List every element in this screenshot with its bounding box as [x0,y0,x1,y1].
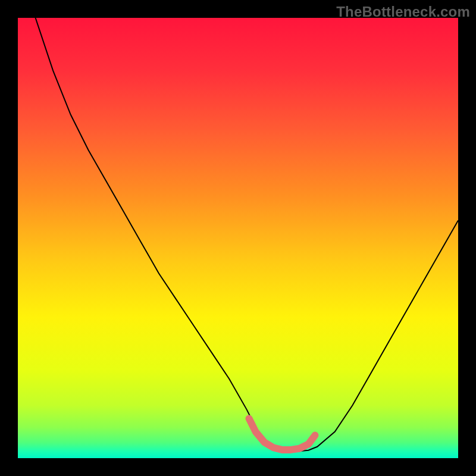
gradient-background [18,18,458,458]
bottleneck-chart [18,18,458,458]
chart-frame: TheBottleneck.com [0,0,476,476]
